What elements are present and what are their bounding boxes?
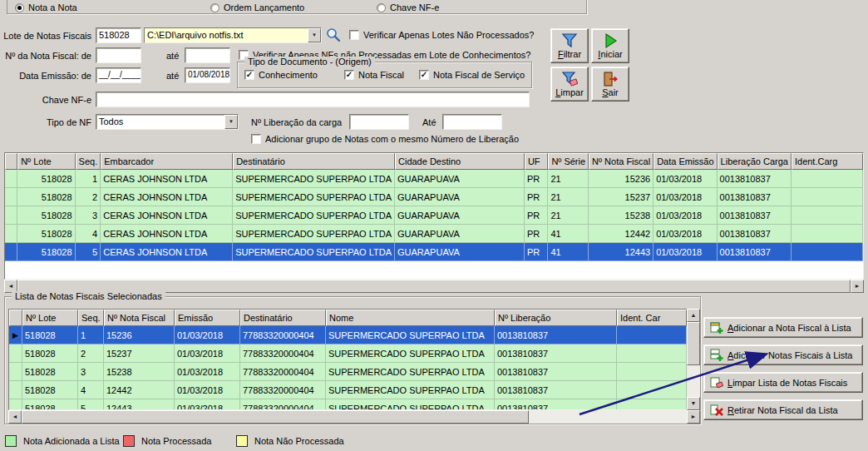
grid-cell[interactable]: 2 — [76, 188, 101, 206]
grid-cell[interactable]: 77883320000404 — [240, 399, 326, 410]
grid-cell[interactable] — [617, 381, 687, 399]
checkbox-nota-fiscal[interactable]: ✓ Nota Fiscal — [344, 70, 404, 80]
chevron-down-icon[interactable]: ▼ — [308, 28, 321, 42]
grid-cell[interactable]: 01/03/2018 — [175, 363, 240, 381]
grid-cell[interactable]: 0013810837 — [718, 170, 792, 188]
column-header[interactable]: UF — [525, 153, 548, 170]
column-header[interactable]: Emissão — [175, 310, 240, 326]
table-row[interactable]: 51802851244301/03/201877883320000404SUPE… — [9, 399, 687, 410]
column-header[interactable]: Cidade Destino — [395, 153, 525, 170]
tipo-nf-combobox[interactable]: Todos ▼ — [96, 114, 239, 130]
grid-cell[interactable]: 4 — [78, 381, 104, 399]
grid-cell[interactable]: SUPERMERCADO SUPERPAO LTDA — [326, 326, 495, 344]
table-row[interactable]: 5180281CERAS JOHNSON LTDASUPERMERCADO SU… — [5, 170, 863, 188]
column-header[interactable]: Nº Série — [548, 153, 589, 170]
grid-cell[interactable]: PR — [525, 225, 548, 243]
grid-cell[interactable]: GUARAPUAVA — [395, 225, 525, 243]
grid-cell[interactable]: 01/03/2018 — [175, 381, 240, 399]
grid-cell[interactable]: PR — [525, 170, 548, 188]
column-header[interactable]: Liberação Carga — [718, 153, 792, 170]
grid-cell[interactable] — [792, 243, 863, 261]
grid-cell[interactable]: 1 — [76, 170, 101, 188]
grid-cell[interactable]: 12443 — [589, 243, 653, 261]
checkbox-lotes-nao-processados[interactable]: Verificar Apenas Lotes Não Processados? — [349, 30, 534, 40]
grid-cell[interactable]: GUARAPUAVA — [395, 243, 525, 261]
scrollbar-thumb[interactable] — [22, 410, 529, 424]
iniciar-button[interactable]: Iniciar — [591, 28, 629, 63]
grid-cell[interactable]: 518028 — [22, 399, 78, 410]
grid-cell[interactable]: 12443 — [104, 399, 175, 410]
grid-cell[interactable]: 77883320000404 — [240, 381, 326, 399]
grid-cell[interactable]: PR — [525, 206, 548, 225]
column-header[interactable]: Nº Liberação — [495, 310, 617, 326]
grid-cell[interactable]: 518028 — [17, 170, 75, 188]
radio-chave-nfe[interactable]: Chave NF-e — [377, 2, 439, 12]
scroll-right-icon[interactable]: ► — [851, 280, 864, 293]
retirar-nota-button[interactable]: Retirar Nota Fiscal da Lista — [703, 399, 863, 420]
grid-cell[interactable]: 518028 — [17, 225, 75, 243]
grid-cell[interactable] — [617, 326, 687, 344]
grid-cell[interactable]: 518028 — [22, 326, 78, 344]
column-header[interactable]: Nº Lote — [17, 153, 75, 170]
grid-cell[interactable]: SUPERMERCADO SUPERPAO LTDA — [233, 243, 395, 261]
column-header[interactable]: Seq. — [78, 310, 104, 326]
grid-cell[interactable] — [792, 225, 863, 243]
table-row[interactable]: 5180283CERAS JOHNSON LTDASUPERMERCADO SU… — [5, 206, 863, 225]
column-header[interactable]: Destinatário — [240, 310, 326, 326]
lista-hscrollbar[interactable]: ◄ ► — [8, 410, 700, 424]
grid-cell[interactable]: 4 — [76, 225, 101, 243]
grid-cell[interactable]: 2 — [78, 344, 104, 363]
grid-cell[interactable]: SUPERMERCADO SUPERPAO LTDA — [326, 399, 495, 410]
grid-cell[interactable]: 15237 — [104, 344, 175, 363]
grid-cell[interactable]: 5 — [78, 399, 104, 410]
column-header[interactable]: Nº Lote — [22, 310, 78, 326]
grid-cell[interactable]: 01/03/2018 — [175, 344, 240, 363]
chevron-down-icon[interactable]: ▼ — [224, 115, 238, 129]
grid-cell[interactable]: 15236 — [104, 326, 175, 344]
radio-ordem-lancamento[interactable]: Ordem Lançamento — [210, 2, 304, 12]
search-icon[interactable] — [325, 27, 342, 43]
grid-cell[interactable]: CERAS JOHNSON LTDA — [101, 170, 233, 188]
column-header[interactable]: Nº Nota Fiscal — [104, 310, 175, 326]
grid-cell[interactable]: GUARAPUAVA — [395, 170, 525, 188]
table-row[interactable]: 5180282CERAS JOHNSON LTDASUPERMERCADO SU… — [5, 188, 863, 206]
grid-cell[interactable]: SUPERMERCADO SUPERPAO LTDA — [326, 381, 495, 399]
grid-cell[interactable]: SUPERMERCADO SUPERPAO LTDA — [233, 206, 395, 225]
grid-cell[interactable]: CERAS JOHNSON LTDA — [101, 243, 233, 261]
grid-cell[interactable]: 0013810837 — [495, 344, 617, 363]
adicionar-nota-button[interactable]: Adicionar a Nota Fiscal à Lista — [703, 317, 863, 338]
data-ate-input[interactable]: 01/08/2018 — [185, 67, 230, 83]
grid-cell[interactable] — [792, 170, 863, 188]
grid-cell[interactable]: 01/03/2018 — [653, 243, 717, 261]
radio-nota-a-nota[interactable]: Nota a Nota — [15, 2, 77, 12]
grid-cell[interactable]: 21 — [548, 206, 589, 225]
chave-input[interactable] — [96, 92, 530, 107]
grid-cell[interactable]: 3 — [76, 206, 101, 225]
lista-vscrollbar[interactable]: ▲ ▼ — [687, 309, 700, 410]
limpar-button[interactable]: Limpar — [550, 67, 589, 102]
grid-cell[interactable]: 77883320000404 — [240, 326, 326, 344]
grid-cell[interactable] — [617, 363, 687, 381]
grid-cell[interactable] — [792, 206, 863, 225]
column-header[interactable]: Embarcador — [101, 153, 233, 170]
grid-cell[interactable]: CERAS JOHNSON LTDA — [101, 225, 233, 243]
grid-cell[interactable]: 15236 — [589, 170, 653, 188]
grid-cell[interactable]: 01/03/2018 — [653, 188, 717, 206]
grid-cell[interactable]: SUPERMERCADO SUPERPAO LTDA — [233, 170, 395, 188]
lote-input[interactable]: 518028 — [96, 27, 141, 43]
scroll-up-icon[interactable]: ▲ — [687, 309, 700, 322]
grid-cell[interactable]: 01/03/2018 — [653, 170, 717, 188]
grid-cell[interactable] — [617, 399, 687, 410]
grid-cell[interactable]: 0013810837 — [495, 363, 617, 381]
grid-cell[interactable]: 41 — [548, 225, 589, 243]
table-row[interactable]: 5180285CERAS JOHNSON LTDASUPERMERCADO SU… — [5, 243, 863, 261]
grid-cell[interactable]: GUARAPUAVA — [395, 206, 525, 225]
grid-cell[interactable]: PR — [525, 188, 548, 206]
nf-ate-input[interactable] — [185, 47, 230, 63]
grid-cell[interactable]: 518028 — [17, 243, 75, 261]
column-header[interactable]: Seq. — [76, 153, 101, 170]
checkbox-nota-fiscal-servico[interactable]: ✓ Nota Fiscal de Serviço — [419, 70, 525, 80]
grid-cell[interactable]: GUARAPUAVA — [395, 188, 525, 206]
grid-cell[interactable]: 77883320000404 — [240, 344, 326, 363]
grid-cell[interactable]: 21 — [548, 170, 589, 188]
